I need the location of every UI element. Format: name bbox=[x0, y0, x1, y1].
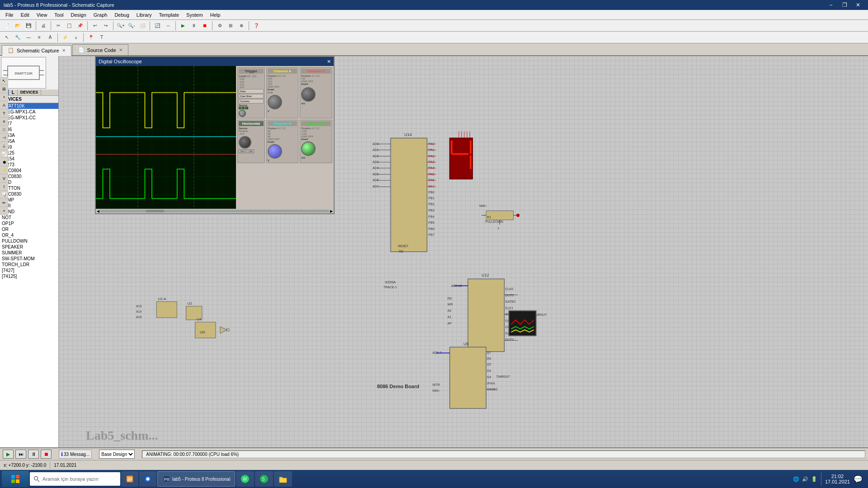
search-bar[interactable]: Aramak için buraya yazın bbox=[30, 472, 120, 486]
scroll-right-btn[interactable]: ▶ bbox=[330, 209, 333, 213]
device-item[interactable]: TORCH_LDR bbox=[0, 262, 58, 267]
run-button[interactable]: ▶ bbox=[178, 21, 188, 31]
taskbar-folder[interactable] bbox=[274, 471, 292, 487]
terminal-tool[interactable]: ⊣ bbox=[0, 134, 8, 142]
component-tool[interactable]: 🔧 bbox=[13, 33, 23, 42]
oscilloscope-titlebar[interactable]: Digital Oscilloscope ✕ bbox=[96, 57, 334, 66]
select-tool[interactable]: ↖ bbox=[2, 33, 12, 42]
device-item[interactable]: SPEAKER bbox=[0, 244, 58, 250]
pause-sim-button[interactable]: ⏸ bbox=[189, 21, 199, 31]
device-item[interactable]: SW-SPST-MOM bbox=[0, 256, 58, 262]
current-probe-tool[interactable]: I bbox=[0, 183, 8, 191]
generator-tool[interactable]: ⚡ bbox=[0, 166, 8, 174]
pointer-tool[interactable]: ↖ bbox=[0, 77, 8, 85]
trigger-knob[interactable] bbox=[239, 110, 246, 117]
new-button[interactable]: 📄 bbox=[2, 21, 12, 31]
minimize-button[interactable]: − bbox=[825, 0, 837, 9]
volume-icon[interactable]: 🔊 bbox=[802, 476, 808, 482]
voltage-probe-tool[interactable]: V bbox=[0, 174, 8, 183]
tape-record-tool[interactable]: ⏺ bbox=[0, 158, 8, 166]
label-tool[interactable]: A bbox=[45, 33, 55, 42]
menu-graph[interactable]: Graph bbox=[90, 11, 111, 19]
device-list[interactable]: 3WATT10K 7SEG-MPX1-CA 7SEG-MPX1-CC 7427 … bbox=[0, 103, 58, 447]
device-item[interactable]: 8253A bbox=[0, 132, 58, 138]
menu-system[interactable]: System bbox=[183, 11, 207, 19]
junction-tool[interactable]: • bbox=[0, 93, 8, 101]
channel-b-position-knob[interactable] bbox=[268, 144, 282, 159]
tab-schematic[interactable]: 📋 Schematic Capture ✕ bbox=[2, 45, 71, 56]
device-item[interactable]: 74154 bbox=[0, 156, 58, 162]
properties-button[interactable]: ⚙ bbox=[215, 21, 225, 31]
zoom-out-button[interactable]: 🔍- bbox=[127, 21, 137, 31]
virtual-instruments[interactable]: 📊 bbox=[0, 191, 8, 199]
menu-file[interactable]: File bbox=[2, 11, 17, 19]
paste-button[interactable]: 📌 bbox=[75, 21, 85, 31]
wire-label-tool[interactable]: A bbox=[0, 101, 8, 109]
device-item[interactable]: OR bbox=[0, 226, 58, 232]
channel-a-position-knob[interactable] bbox=[268, 95, 282, 109]
taskbar-spotify[interactable]: S bbox=[255, 471, 273, 487]
sub-circuit-tool[interactable]: □ bbox=[0, 126, 8, 134]
menu-debug[interactable]: Debug bbox=[111, 11, 132, 19]
device-item[interactable]: 7427 bbox=[0, 121, 58, 127]
device-item[interactable]: 8259 bbox=[0, 144, 58, 150]
oscilloscope-scrollbar[interactable]: ◀ ▶ bbox=[96, 209, 334, 213]
menu-tool[interactable]: Tool bbox=[51, 11, 67, 19]
device-item[interactable]: NOT bbox=[0, 215, 58, 221]
undo-button[interactable]: ↩ bbox=[90, 21, 100, 31]
menu-template[interactable]: Template bbox=[155, 11, 183, 19]
menu-help[interactable]: Help bbox=[207, 11, 224, 19]
scroll-left-btn[interactable]: ◀ bbox=[97, 209, 99, 213]
taskbar-item-files[interactable] bbox=[121, 471, 138, 487]
step-button[interactable]: ⏭ bbox=[15, 450, 26, 459]
graph-tool[interactable]: 📈 bbox=[0, 150, 8, 158]
restore-button[interactable]: ❐ bbox=[838, 0, 851, 9]
pause-button[interactable]: ⏸ bbox=[28, 450, 39, 459]
plus-tool[interactable]: + bbox=[0, 207, 8, 215]
device-item[interactable]: 7SEG-MPX1-CC bbox=[0, 115, 58, 121]
device-item[interactable]: BUTTON bbox=[0, 185, 58, 191]
device-item[interactable]: 74125 bbox=[0, 150, 58, 156]
devices-tab[interactable]: DEVICES bbox=[18, 89, 42, 95]
origin-button[interactable]: ⊕ bbox=[236, 21, 246, 31]
save-button[interactable]: 💾 bbox=[24, 21, 33, 31]
osc-close-btn[interactable]: ✕ bbox=[327, 59, 331, 65]
menu-view[interactable]: View bbox=[33, 11, 51, 19]
menu-design[interactable]: Design bbox=[67, 11, 90, 19]
copy-button[interactable]: 📋 bbox=[64, 21, 74, 31]
schematic-tab-close[interactable]: ✕ bbox=[62, 48, 66, 53]
design-selector[interactable]: Base Design bbox=[99, 450, 135, 459]
bus-tool[interactable]: ≡ bbox=[34, 33, 44, 42]
taskbar-proteus[interactable]: P8 lab5 - Proteus 8 Professional bbox=[157, 471, 235, 487]
device-item[interactable]: 8086 bbox=[0, 127, 58, 132]
source-tab-close[interactable]: ✕ bbox=[119, 47, 123, 52]
power-tool[interactable]: ⚡ bbox=[60, 33, 70, 42]
device-item[interactable]: AND bbox=[0, 179, 58, 185]
device-item[interactable]: LDR bbox=[0, 203, 58, 209]
taskbar-whatsapp[interactable]: W bbox=[236, 471, 254, 487]
auto-btn[interactable]: Auto bbox=[239, 89, 264, 94]
device-item[interactable]: 8255A bbox=[0, 138, 58, 144]
start-button[interactable] bbox=[2, 471, 29, 487]
message-indicator[interactable]: ℹ 33 Messag... bbox=[59, 450, 92, 459]
system-clock[interactable]: 21:02 17.01.2021 bbox=[825, 474, 850, 484]
device-item[interactable]: [74125] bbox=[0, 273, 58, 279]
l-tab[interactable]: L bbox=[9, 89, 18, 95]
help-btn[interactable]: ❓ bbox=[251, 21, 261, 31]
open-button[interactable]: 📂 bbox=[13, 21, 23, 31]
device-item[interactable]: 7SEG-MPX1-CA bbox=[0, 109, 58, 115]
flip-button[interactable]: ↔ bbox=[163, 21, 173, 31]
device-item[interactable]: ADC0804 bbox=[0, 168, 58, 174]
stop-sim-button[interactable]: ⏹ bbox=[200, 21, 210, 31]
zoom-fit-button[interactable]: ⬜ bbox=[137, 21, 147, 31]
device-item[interactable]: NAND bbox=[0, 209, 58, 215]
device-pin-tool[interactable]: ⊥ bbox=[0, 142, 8, 150]
redo-button[interactable]: ↪ bbox=[101, 21, 111, 31]
notification-btn[interactable]: 💬 bbox=[854, 475, 863, 483]
taskbar-item-browser[interactable] bbox=[139, 471, 156, 487]
text-tool[interactable]: T bbox=[97, 33, 107, 42]
schematic-canvas[interactable]: Digital Oscilloscope ✕ Trigger bbox=[59, 56, 868, 447]
device-item[interactable]: [7427] bbox=[0, 267, 58, 273]
wire-tool[interactable]: — bbox=[24, 33, 33, 42]
device-item[interactable]: 3WATT10K bbox=[0, 103, 58, 109]
